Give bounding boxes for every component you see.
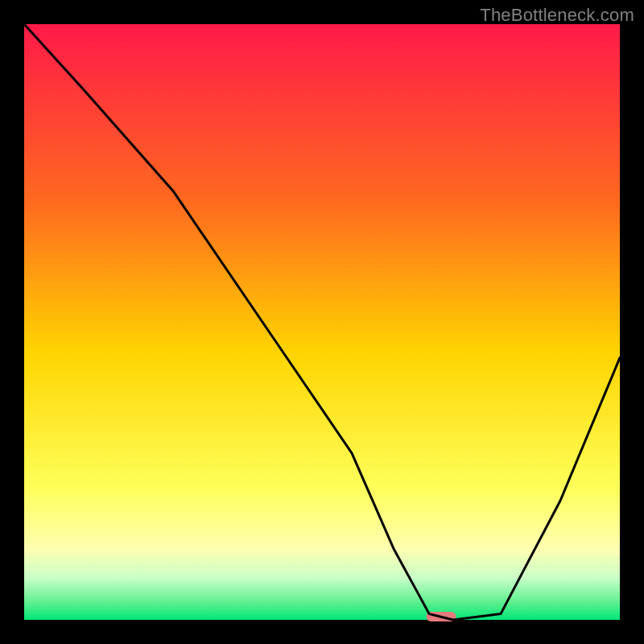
plot-background (24, 24, 620, 620)
watermark-text: TheBottleneck.com (480, 5, 634, 26)
bottleneck-chart: TheBottleneck.com (0, 0, 644, 644)
chart-svg (0, 0, 644, 644)
